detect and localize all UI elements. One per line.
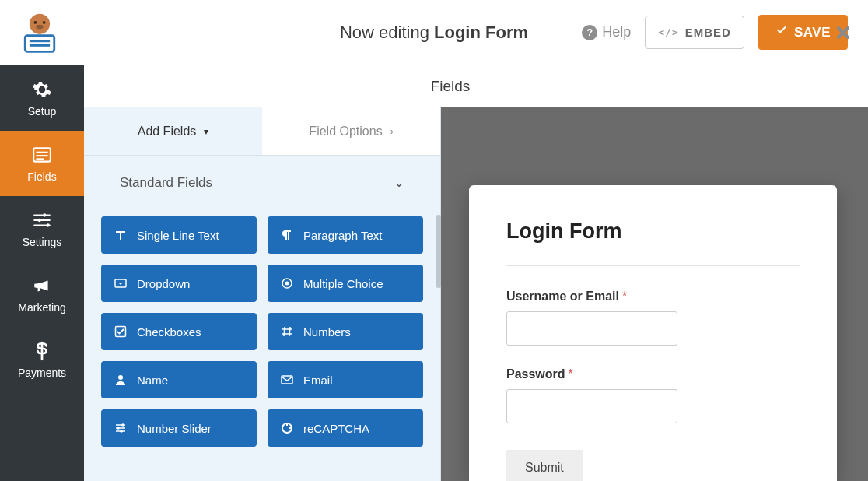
chevron-down-icon: ▾: [204, 126, 208, 137]
svg-point-13: [46, 223, 49, 226]
code-icon: </>: [658, 26, 678, 38]
svg-rect-6: [30, 44, 50, 47]
top-bar: Now editing Login Form ? Help </> EMBED …: [0, 0, 868, 65]
sidebar-item-fields[interactable]: Fields: [0, 131, 84, 196]
sidebar-item-setup[interactable]: Setup: [0, 65, 84, 131]
app-logo: [14, 7, 65, 58]
sidebar-item-label: Marketing: [18, 301, 65, 314]
chevron-down-icon: ⌄: [394, 174, 404, 191]
check-icon: [775, 24, 788, 40]
svg-point-18: [118, 375, 123, 380]
svg-point-21: [117, 427, 120, 430]
embed-button[interactable]: </> EMBED: [645, 16, 744, 49]
svg-point-22: [120, 430, 123, 433]
paragraph-icon: [280, 228, 294, 242]
megaphone-icon: [31, 275, 53, 297]
svg-point-0: [30, 13, 50, 33]
sidebar-item-label: Fields: [27, 170, 56, 183]
envelope-icon: [280, 373, 294, 387]
form-icon: [31, 144, 53, 166]
field-multiple-choice[interactable]: Multiple Choice: [268, 265, 423, 302]
embed-label: EMBED: [685, 26, 731, 39]
field-label: Email: [303, 374, 333, 387]
field-label: Paragraph Text: [303, 229, 382, 242]
sidebar-item-payments[interactable]: Payments: [0, 327, 84, 392]
svg-point-3: [36, 24, 43, 29]
svg-point-1: [34, 21, 37, 24]
svg-point-16: [285, 282, 289, 286]
field-label: reCAPTCHA: [303, 422, 369, 435]
svg-rect-9: [36, 155, 47, 156]
tab-field-options[interactable]: Field Options ›: [262, 107, 440, 155]
preview-canvas: Login Form Username or Email * Password …: [441, 107, 868, 481]
field-recaptcha[interactable]: reCAPTCHA: [268, 409, 423, 447]
radio-icon: [280, 276, 294, 290]
svg-rect-8: [36, 152, 47, 153]
tab-label: Add Fields: [138, 125, 197, 139]
chevron-right-icon: ›: [390, 126, 394, 137]
field-password[interactable]: Password *: [506, 367, 800, 423]
section-standard-fields[interactable]: Standard Fields ⌄: [101, 156, 423, 202]
svg-point-20: [121, 423, 124, 427]
field-grid: Single Line Text Paragraph Text Dropdown…: [84, 202, 440, 455]
sidebar-item-marketing[interactable]: Marketing: [0, 262, 84, 327]
gear-icon: [31, 79, 53, 100]
required-marker: *: [622, 290, 627, 304]
field-name[interactable]: Name: [101, 361, 257, 398]
field-label: Name: [137, 374, 168, 387]
panel-heading: Fields: [84, 65, 817, 107]
help-label: Help: [602, 24, 631, 40]
section-title: Standard Fields: [120, 175, 212, 191]
field-label: Single Line Text: [137, 229, 219, 242]
fields-panel: Add Fields ▾ Field Options › Standard Fi…: [84, 107, 441, 481]
panel-tabs: Add Fields ▾ Field Options ›: [84, 107, 440, 156]
form-title-heading: Now editing Login Form: [340, 23, 528, 43]
text-icon: [114, 228, 128, 242]
field-label: Dropdown: [137, 277, 190, 290]
preview-form-title: Login Form: [506, 219, 800, 244]
svg-rect-10: [36, 158, 44, 160]
field-paragraph-text[interactable]: Paragraph Text: [268, 216, 423, 254]
left-sidebar: Setup Fields Settings Marketing Payments: [0, 65, 84, 481]
tab-label: Field Options: [309, 125, 382, 139]
field-email[interactable]: Email: [268, 361, 423, 398]
field-number-slider[interactable]: Number Slider: [101, 409, 257, 447]
close-button[interactable]: [817, 0, 868, 65]
hash-icon: [280, 325, 294, 339]
submit-label: Submit: [525, 461, 564, 474]
tab-add-fields[interactable]: Add Fields ▾: [84, 107, 262, 155]
username-label: Username or Email *: [506, 290, 800, 304]
help-link[interactable]: ? Help: [582, 24, 631, 40]
svg-rect-5: [30, 40, 50, 42]
checkbox-icon: [114, 325, 128, 339]
field-numbers[interactable]: Numbers: [268, 313, 423, 350]
field-label: Number Slider: [137, 422, 212, 435]
form-name: Login Form: [434, 23, 528, 42]
dropdown-icon: [114, 276, 128, 290]
field-single-line-text[interactable]: Single Line Text: [101, 216, 257, 254]
field-label: Numbers: [303, 325, 351, 339]
username-input[interactable]: [506, 311, 677, 346]
sidebar-item-label: Setup: [28, 105, 57, 118]
divider: [506, 265, 800, 266]
sliders-icon: [114, 421, 128, 435]
required-marker: *: [569, 367, 573, 381]
close-icon: [834, 23, 852, 42]
password-input[interactable]: [506, 389, 677, 423]
preview-form-card: Login Form Username or Email * Password …: [469, 185, 837, 481]
field-checkboxes[interactable]: Checkboxes: [101, 313, 257, 350]
password-label: Password *: [506, 367, 800, 381]
sliders-icon: [31, 209, 53, 231]
submit-button[interactable]: Submit: [506, 450, 583, 481]
svg-rect-4: [25, 35, 54, 51]
help-icon: ?: [582, 25, 597, 40]
field-dropdown[interactable]: Dropdown: [101, 265, 257, 302]
svg-point-12: [38, 219, 41, 222]
field-label: Checkboxes: [137, 325, 201, 339]
dollar-icon: [31, 340, 53, 362]
field-username[interactable]: Username or Email *: [506, 290, 800, 346]
editing-prefix: Now editing: [340, 23, 429, 42]
sidebar-item-settings[interactable]: Settings: [0, 196, 84, 262]
svg-point-11: [43, 213, 46, 216]
recaptcha-icon: [280, 421, 294, 435]
